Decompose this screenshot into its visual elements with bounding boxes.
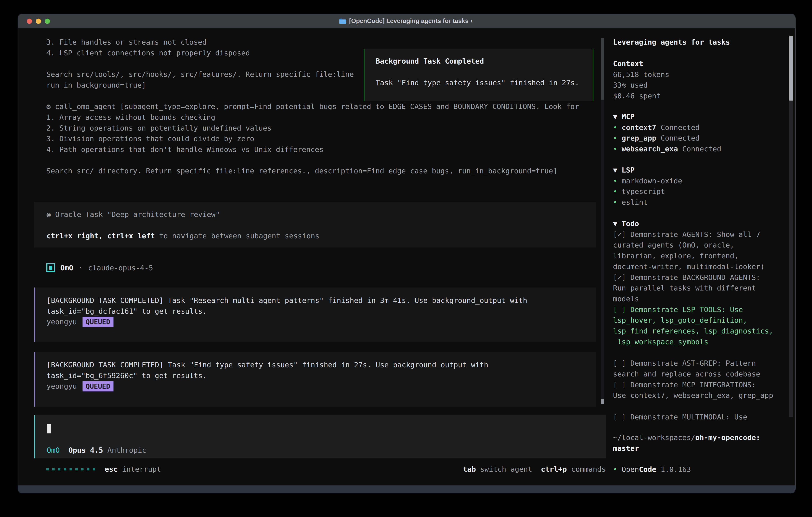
todo-item: [ ] Demonstrate MCP INTEGRATIONS: [613,379,789,390]
message-author: yeongyu [47,317,77,327]
todo-item: models [613,294,789,304]
background-task-notification[interactable]: Background Task Completed Task "Find typ… [364,49,593,101]
text-line: Search src/ directory. Return specific f… [46,166,579,176]
mcp-list: • context7 Connected• grep_app Connected… [613,122,789,154]
agent-name: OmO [60,264,73,272]
todo-list: [✓] Demonstrate AGENTS: Show all 7curate… [613,229,789,423]
lsp-server-item: • eslint [613,197,789,208]
notification-title: Background Task Completed [376,56,585,66]
message-body: [BACKGROUND TASK COMPLETED] Task "Find t… [47,359,596,381]
sidebar-scrollbar[interactable] [789,36,793,417]
text-line: ⚙ call_omo_agent [subagent_type=explore,… [46,101,579,112]
todo-item: Run parallel tasks with different [613,283,789,294]
key-esc[interactable]: esc [105,464,118,474]
screen: { "colors": { "accent_green": "#63d383",… [0,0,812,517]
agent-session-header[interactable]: OmO · claude-opus-4-5 [46,263,153,272]
status-bar: esc interrupt tab switch agent ctrl+p co… [46,464,606,474]
mcp-server-name: websearch_exa [621,145,682,153]
text-line: task_id="bg_dcfac161" to get results. [47,306,596,317]
text-line: 1. Array access without bounds checking [46,112,579,123]
text-line: 3. Division operations that could divide… [46,133,579,144]
mcp-server-status: Connected [682,145,721,153]
todo-item: [✓] Demonstrate BACKGROUND AGENTS: [613,272,789,283]
text-line: 3. File handles or streams not closed [46,37,579,48]
todo-item: search and replace across codebase [613,369,789,379]
spinner-dot [52,468,55,470]
label-interrupt: interrupt [122,464,161,474]
connected-dot-icon: • [613,187,621,195]
app-name-regular: Open [621,465,639,473]
todo-item: lsp_hover, lsp_goto_definition, [613,315,789,326]
app-version: 1.0.163 [661,465,691,473]
titlebar: [OpenCode] Leveraging agents for tasks ◐ [18,14,795,28]
sidebar-session-title: Leveraging agents for tasks [613,37,789,48]
mcp-server-status: Connected [661,124,699,132]
spacer [47,220,596,231]
close-window-button[interactable] [27,19,32,24]
lsp-heading[interactable]: ▼ LSP [613,165,789,175]
mcp-heading[interactable]: ▼ MCP [613,111,789,122]
folder-icon [339,18,346,24]
todo-heading[interactable]: ▼ Todo [613,218,789,229]
key-tab[interactable]: tab [463,464,476,474]
key-ctrl-p[interactable]: ctrl+p [541,464,567,474]
mcp-server-name: grep_app [621,134,661,142]
oracle-task-title: ◉ Oracle Task "Deep architecture review" [47,209,596,220]
connected-dot-icon: • [613,145,621,153]
app-name-bold: Code [639,465,656,473]
chat-message: [BACKGROUND TASK COMPLETED] Task "Find t… [34,352,596,407]
lsp-server-name: markdown-oxide [621,177,682,185]
text-line: 2. String operations on potentially unde… [46,123,579,134]
workspace-path: ~/local-workspaces/oh-my-opencode: [613,432,789,443]
spinner-dots [46,468,95,470]
todo-item: document-writer, multimodal-looker) [613,261,789,272]
prompt-input[interactable]: OmO Opus 4.5 Anthropic [34,415,606,458]
todo-item: Use context7, websearch_exa, grep_app [613,390,789,401]
input-model: Opus 4.5 [68,446,103,454]
input-meta: OmO Opus 4.5 Anthropic [47,445,146,456]
sidebar-todo-section: ▼ Todo [✓] Demonstrate AGENTS: Show all … [613,218,789,422]
agent-icon [46,263,55,272]
mcp-server-item: • context7 Connected [613,122,789,133]
chat-scrollbar[interactable] [601,38,604,404]
lsp-server-item: • typescript [613,186,789,197]
hint-keys: ctrl+x right, ctrl+x left [47,232,155,240]
window-title-text: [OpenCode] Leveraging agents for tasks ◐ [349,18,474,25]
spacer [476,464,480,474]
sidebar-title-text: Leveraging agents for tasks [613,37,789,48]
chat-scrollbar-end[interactable] [601,399,604,404]
chat-message: [BACKGROUND TASK COMPLETED] Task "Resear… [34,288,596,342]
sidebar-scrollbar-thumb[interactable] [789,36,793,101]
label-commands: commands [571,464,606,474]
spinner-dot [69,468,72,470]
zoom-window-button[interactable] [45,19,50,24]
message-meta: yeongyu QUEUED [47,317,596,327]
workspace-branch: master [613,443,789,454]
status-left: esc interrupt [46,464,161,474]
message-body: [BACKGROUND TASK COMPLETED] Task "Resear… [47,295,596,317]
lsp-server-item: • markdown-oxide [613,175,789,186]
spinner-dot [58,468,60,470]
hint-text: to navigate between subagent sessions [155,232,319,240]
minimize-window-button[interactable] [36,19,41,24]
message-meta: yeongyu QUEUED [47,381,596,392]
traffic-lights [27,14,50,28]
oracle-task-panel: ◉ Oracle Task "Deep architecture review"… [34,202,596,247]
mcp-server-name: context7 [621,124,661,132]
spacer [532,464,541,474]
status-badge: QUEUED [83,317,114,327]
lsp-server-name: typescript [621,187,665,195]
connected-dot-icon: • [613,198,621,206]
spacer [103,446,108,454]
status-badge: QUEUED [83,381,114,391]
workspace-path-prefix: ~/local-workspaces/ [613,433,695,442]
spacer [567,464,571,474]
version-prefix-space [656,465,661,473]
chat-scrollbar-thumb[interactable] [601,38,604,100]
mcp-server-item: • websearch_exa Connected [613,143,789,154]
spinner-dot [46,468,49,470]
todo-item: librarian, explore, frontend, [613,250,789,261]
window-bottom-edge [18,485,795,493]
text-line: $0.46 spent [613,90,789,101]
sidebar-lsp-section: ▼ LSP • markdown-oxide• typescript• esli… [613,165,789,208]
